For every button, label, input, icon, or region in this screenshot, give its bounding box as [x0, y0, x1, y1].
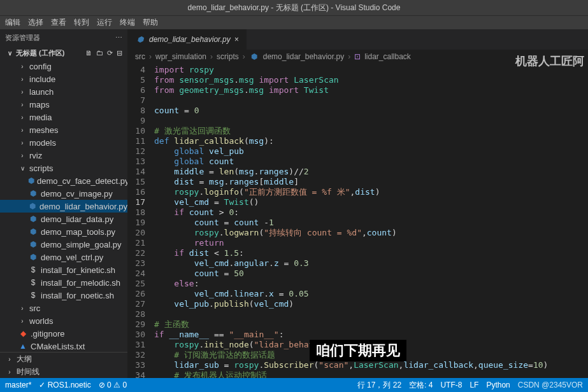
menu-item[interactable]: 终端	[120, 17, 135, 28]
status-item[interactable]: LF	[470, 381, 478, 389]
folder-item[interactable]: ›media	[0, 111, 127, 123]
status-item[interactable]: ⊘ 0 ⚠ 0	[99, 381, 127, 389]
menu-item[interactable]: 查看	[51, 17, 66, 28]
file-item[interactable]: ⬢demo_lidar_behavior.py	[0, 200, 127, 213]
file-item[interactable]: $install_for_melodic.sh	[0, 276, 127, 289]
breadcrumb-item[interactable]: wpr_simulation	[155, 52, 206, 61]
tree-label: rviz	[29, 151, 42, 160]
tab-label: demo_lidar_behavior.py	[149, 35, 231, 44]
file-icon: ▲	[18, 342, 28, 351]
file-icon: ◆	[18, 329, 28, 338]
breadcrumb-item[interactable]: scripts	[217, 52, 239, 61]
video-caption: 咱们下期再见	[310, 340, 406, 361]
outline-section[interactable]: ›大纲	[0, 353, 127, 365]
title-bar: demo_lidar_behavior.py - 无标题 (工作区) - Vis…	[0, 0, 588, 15]
tree-label: src	[29, 304, 40, 313]
file-item[interactable]: ⬢demo_cv_image.py	[0, 187, 127, 200]
status-item[interactable]: UTF-8	[440, 381, 462, 389]
tree-label: config	[29, 62, 52, 71]
file-icon: ⬢	[28, 253, 38, 262]
tree-label: worlds	[29, 316, 54, 326]
tree-label: .gitignore	[31, 329, 64, 339]
tree-label: models	[29, 138, 56, 148]
menu-item[interactable]: 帮助	[143, 17, 158, 28]
status-item[interactable]: Python	[486, 381, 510, 389]
status-item[interactable]: master*	[5, 381, 31, 389]
tree-label: install_for_melodic.sh	[41, 278, 120, 288]
editor-tab[interactable]: ⬢ demo_lidar_behavior.py ×	[127, 29, 247, 50]
folder-item[interactable]: ›config	[0, 60, 127, 73]
close-tab-icon[interactable]: ×	[234, 35, 239, 44]
collapse-icon[interactable]: ⊟	[117, 49, 122, 57]
tree-label: maps	[29, 100, 50, 109]
new-folder-icon[interactable]: 🗀	[96, 49, 103, 57]
explorer-more-icon[interactable]: ⋯	[115, 34, 122, 42]
tree-label: demo_lidar_data.py	[41, 214, 113, 224]
tree-label: install_for_noetic.sh	[41, 291, 114, 300]
python-icon: ⬢	[135, 35, 145, 44]
breadcrumb-item[interactable]: demo_lidar_behavior.py	[263, 52, 344, 61]
menu-item[interactable]: 编辑	[5, 17, 20, 28]
tree-label: demo_vel_ctrl.py	[41, 253, 103, 262]
tree-label: demo_simple_goal.py	[41, 240, 121, 249]
file-item[interactable]: ⬢demo_map_tools.py	[0, 225, 127, 238]
editor-area: 机器人工匠阿 ⬢ demo_lidar_behavior.py × src› w…	[127, 29, 588, 378]
folder-item[interactable]: ›maps	[0, 98, 127, 111]
folder-item[interactable]: ›src	[0, 302, 127, 314]
file-item[interactable]: ⬢demo_cv_face_detect.py	[0, 174, 127, 187]
file-icon: $	[28, 291, 38, 300]
breadcrumb-item[interactable]: src	[135, 52, 145, 61]
status-item[interactable]: 行 17，列 22	[357, 380, 401, 391]
file-icon: ⬢	[28, 227, 38, 236]
file-tree: ›config›include›launch›maps›media›meshes…	[0, 60, 127, 352]
file-item[interactable]: ⬢demo_vel_ctrl.py	[0, 251, 127, 263]
folder-item[interactable]: ›rviz	[0, 149, 127, 162]
folder-item[interactable]: ∨scripts	[0, 162, 127, 174]
code-editor[interactable]: 4567891011121314151617181920212223242526…	[127, 64, 588, 378]
folder-item[interactable]: ›meshes	[0, 123, 127, 136]
file-icon: ⬢	[28, 189, 38, 198]
folder-item[interactable]: ›models	[0, 136, 127, 149]
file-icon: ⬢	[28, 214, 38, 223]
tree-label: launch	[29, 87, 54, 97]
breadcrumb-item[interactable]: lidar_callback	[364, 52, 411, 61]
sidebar: 资源管理器 ⋯ ∨ 无标题 (工作区) 🗎 🗀 ⟳ ⊟ ›config›incl…	[0, 29, 127, 378]
file-icon: ⬢	[28, 202, 37, 211]
folder-item[interactable]: ›worlds	[0, 314, 127, 327]
tree-label: demo_lidar_behavior.py	[39, 202, 127, 211]
refresh-icon[interactable]: ⟳	[107, 49, 113, 57]
file-item[interactable]: $install_for_noetic.sh	[0, 289, 127, 302]
file-item[interactable]: $install_for_kinetic.sh	[0, 263, 127, 276]
tree-label: demo_cv_face_detect.py	[37, 176, 127, 186]
workspace-name: 无标题 (工作区)	[16, 49, 64, 57]
file-icon: $	[28, 278, 38, 287]
folder-item[interactable]: ›launch	[0, 85, 127, 98]
menu-item[interactable]: 运行	[97, 17, 112, 28]
folder-item[interactable]: ›include	[0, 73, 127, 85]
editor-tabs: ⬢ demo_lidar_behavior.py ×	[127, 29, 588, 50]
watermark: 机器人工匠阿	[515, 53, 584, 69]
tree-label: demo_cv_image.py	[41, 189, 113, 199]
explorer-title: 资源管理器	[5, 33, 40, 43]
tree-label: include	[29, 74, 55, 84]
file-item[interactable]: ⬢demo_lidar_data.py	[0, 213, 127, 225]
new-file-icon[interactable]: 🗎	[85, 49, 92, 57]
tree-label: scripts	[29, 164, 54, 173]
file-icon: $	[28, 265, 38, 274]
file-item[interactable]: ▲CMakeLists.txt	[0, 340, 127, 352]
menu-item[interactable]: 转到	[74, 17, 89, 28]
menu-item[interactable]: 选择	[28, 17, 43, 28]
code-lines[interactable]: import rospyfrom sensor_msgs.msg import …	[154, 65, 588, 378]
status-item[interactable]: 空格: 4	[409, 380, 433, 391]
tree-label: meshes	[29, 125, 59, 135]
file-item[interactable]: ⬢demo_simple_goal.py	[0, 238, 127, 251]
status-item[interactable]: ✓ ROS1.noetic	[39, 381, 90, 389]
tree-label: CMakeLists.txt	[31, 342, 85, 351]
file-item[interactable]: ◆.gitignore	[0, 327, 127, 340]
file-icon: ⬢	[28, 240, 38, 249]
workspace-header[interactable]: ∨ 无标题 (工作区) 🗎 🗀 ⟳ ⊟	[0, 46, 127, 60]
explorer-header: 资源管理器 ⋯	[0, 29, 127, 46]
status-bar: master*✓ ROS1.noetic⊘ 0 ⚠ 0 行 17，列 22空格:…	[0, 378, 588, 392]
menu-bar: 编辑选择查看转到运行终端帮助	[0, 15, 588, 29]
timeline-section[interactable]: ›时间线	[0, 365, 127, 378]
